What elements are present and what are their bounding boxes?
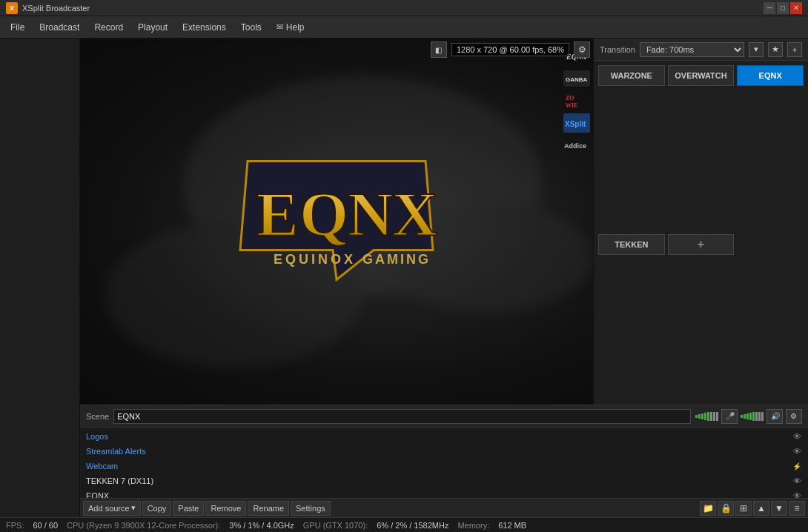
transition-star-button[interactable]: ★ <box>768 42 783 57</box>
transition-select[interactable]: Fade: 700ms <box>640 42 744 57</box>
menu-extensions[interactable]: Extensions <box>175 16 234 39</box>
preview-container: E Q N X EQUINOX GAMING <box>80 39 593 405</box>
preview-settings-button[interactable]: ⚙ <box>574 41 590 58</box>
source-eye-streamlab[interactable]: 👁 <box>792 446 802 456</box>
move-up-button[interactable]: ▲ <box>753 501 769 516</box>
move-down-button[interactable]: ▼ <box>771 501 787 516</box>
remove-button[interactable]: Remove <box>205 501 246 516</box>
folder-icon-button[interactable]: 📁 <box>700 501 716 516</box>
memory-label: Memory: <box>457 521 489 530</box>
minimize-button[interactable]: ─ <box>764 2 775 14</box>
source-eye-webcam[interactable]: ⚡ <box>792 461 802 471</box>
menu-record[interactable]: Record <box>87 16 130 39</box>
scene-button-add[interactable]: + <box>668 234 735 255</box>
cpu-value: 3% / 1% / 4.0GHz <box>229 521 294 530</box>
svg-text:E: E <box>256 179 299 249</box>
bar-seg-3 <box>701 413 703 419</box>
statusbar: FPS: 60 / 60 CPU (Ryzen 9 3900X 12-Core … <box>0 517 808 532</box>
left-sidebar <box>0 39 80 517</box>
menu-playout[interactable]: Playout <box>130 16 175 39</box>
source-toolbar: Add source ▾ Copy Paste Remove Rename Se… <box>80 498 808 517</box>
source-name-webcam: Webcam <box>86 462 792 471</box>
maximize-button[interactable]: □ <box>777 2 789 14</box>
rbar-seg-1 <box>741 415 743 418</box>
rbar-seg-7 <box>758 412 761 421</box>
grid-icon-button[interactable]: ⊞ <box>735 501 752 516</box>
audio-level-left <box>695 412 718 421</box>
close-button[interactable]: ✕ <box>790 2 802 14</box>
menu-help[interactable]: ✉ Help <box>269 16 312 39</box>
menu-icon-button[interactable]: ≡ <box>789 501 805 516</box>
preview-toggle-button[interactable]: ◧ <box>431 41 447 58</box>
bar-seg-5 <box>707 412 709 421</box>
svg-text:N: N <box>348 179 393 249</box>
rbar-seg-6 <box>755 412 758 421</box>
rename-button[interactable]: Rename <box>248 501 289 516</box>
source-name-logos: Logos <box>86 432 792 441</box>
window-controls: ─ □ ✕ <box>764 2 802 14</box>
bar-seg-1 <box>695 415 698 418</box>
gpu-label: GPU (GTX 1070): <box>303 521 368 530</box>
brand-logos: EQNX GANBA ZO WIE <box>563 46 590 156</box>
lock-icon-button[interactable]: 🔒 <box>718 501 734 516</box>
resolution-badge: 1280 x 720 @ 60.00 fps, 68% <box>451 43 569 56</box>
audio-settings-button[interactable]: ⚙ <box>786 409 802 424</box>
menubar: File Broadcast Record Playout Extensions… <box>0 16 808 39</box>
scene-button-eqnx[interactable]: EQNX <box>737 65 804 86</box>
right-panel: Transition Fade: 700ms ▾ ★ + WARZONE OVE… <box>593 39 808 405</box>
preview-resolution-bar: ◧ 1280 x 720 @ 60.00 fps, 68% ⚙ <box>431 41 590 58</box>
source-item-logos[interactable]: Logos 👁 <box>80 429 808 444</box>
copy-button[interactable]: Copy <box>142 501 172 516</box>
eqnx-logo: E Q N X EQUINOX GAMING <box>218 154 455 290</box>
zowie-brand-logo: ZO WIE <box>563 90 590 111</box>
app-icon: X <box>6 2 18 14</box>
transition-dropdown-button[interactable]: ▾ <box>749 42 764 57</box>
bottom-area: Scene 🎤 <box>80 405 808 517</box>
source-eye-logos[interactable]: 👁 <box>792 431 802 442</box>
preview-and-right: E Q N X EQUINOX GAMING <box>80 39 808 405</box>
scene-bar: Scene 🎤 <box>80 405 808 428</box>
gpu-value: 6% / 2% / 1582MHz <box>377 521 448 530</box>
menu-file[interactable]: File <box>3 16 32 39</box>
svg-text:WIE: WIE <box>566 102 577 109</box>
rbar-seg-8 <box>761 412 764 421</box>
volume-button[interactable]: 🔊 <box>766 409 783 424</box>
rbar-seg-3 <box>746 413 749 419</box>
svg-text:Q: Q <box>299 179 348 249</box>
scene-button-overwatch[interactable]: OVERWATCH <box>668 65 735 86</box>
bar-seg-8 <box>716 412 718 421</box>
scene-name-input[interactable] <box>113 409 691 424</box>
paste-button[interactable]: Paste <box>173 501 204 516</box>
source-item-eqnx[interactable]: EQNX 👁 <box>80 488 808 498</box>
app-title: XSplit Broadcaster <box>22 4 764 13</box>
settings-button[interactable]: Settings <box>291 501 331 516</box>
source-name-tekken: TEKKEN 7 (DX11) <box>86 476 792 485</box>
svg-text:EQUINOX: EQUINOX <box>274 252 356 267</box>
fps-label: FPS: <box>6 521 24 530</box>
scene-button-warzone[interactable]: WARZONE <box>598 65 665 86</box>
menu-broadcast[interactable]: Broadcast <box>32 16 87 39</box>
source-item-webcam[interactable]: Webcam ⚡ <box>80 459 808 473</box>
source-eye-tekken[interactable]: 👁 <box>792 476 802 486</box>
memory-value: 612 MB <box>498 521 526 530</box>
rbar-seg-4 <box>749 413 752 420</box>
source-name-eqnx: EQNX <box>86 491 792 498</box>
titlebar: X XSplit Broadcaster ─ □ ✕ <box>0 0 808 16</box>
audio-level-right <box>741 412 764 421</box>
add-source-button[interactable]: Add source ▾ <box>83 501 141 516</box>
content-area: E Q N X EQUINOX GAMING <box>80 39 808 517</box>
source-item-tekken[interactable]: TEKKEN 7 (DX11) 👁 <box>80 473 808 488</box>
transition-add-button[interactable]: + <box>787 42 802 57</box>
mic-button[interactable]: 🎤 <box>721 409 738 424</box>
cpu-label: CPU (Ryzen 9 3900X 12-Core Processor): <box>67 521 220 530</box>
rbar-seg-2 <box>744 414 746 419</box>
menu-tools[interactable]: Tools <box>234 16 269 39</box>
source-eye-eqnx[interactable]: 👁 <box>792 491 802 498</box>
scene-button-tekken[interactable]: TEKKEN <box>598 234 665 255</box>
scene-controls: 🎤 🔊 ⚙ <box>695 409 802 424</box>
source-item-streamlab[interactable]: Streamlab Alerts 👁 <box>80 444 808 459</box>
transition-bar: Transition Fade: 700ms ▾ ★ + <box>594 39 808 61</box>
bar-seg-6 <box>710 412 712 421</box>
scene-buttons-grid: WARZONE OVERWATCH EQNX TEKKEN + <box>594 61 808 405</box>
bar-seg-4 <box>704 413 706 420</box>
